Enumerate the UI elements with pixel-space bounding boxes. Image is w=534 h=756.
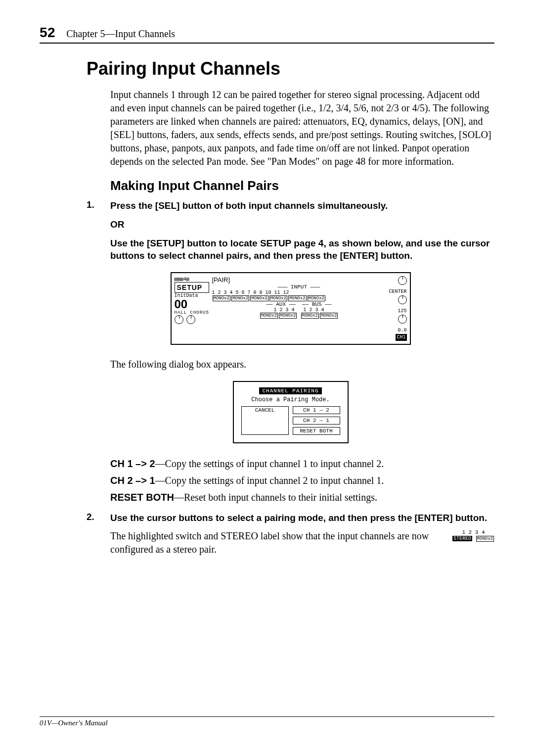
section-intro: Input channels 1 through 12 can be paire… [110,88,494,168]
chorus-label: CHORUS [190,310,209,315]
def-ch1-2: CH 1 –> 2—Copy the settings of input cha… [110,456,494,471]
def-ch1-2-key: CH 1 –> 2 [110,458,155,469]
after-fig1-text: The following dialog box appears. [110,358,494,371]
mono-box: MONOx2 [308,295,325,301]
mono-box: MONOx2 [320,313,338,319]
mono-box: MONOx2 [231,295,249,301]
figure-pairing-dialog: CHANNEL PAIRING Choose a Pairing Mode. C… [233,381,349,443]
step-2-number: 2. [87,512,110,524]
step-1: 1. Press the [SEL] button of both input … [87,199,494,212]
step-2-result-text: The highlighted switch and STEREO label … [110,529,445,556]
subsection-title: Making Input Channel Pairs [110,178,494,193]
def-reset-both-text: —Reset both input channels to their init… [174,492,377,503]
pair-tag: [PAIR] [212,276,230,284]
mono-box: MONOx2 [476,536,494,542]
page-header: 52 Chapter 5—Input Channels [40,25,494,44]
mono-box: MONOx2 [301,313,319,319]
def-ch1-2-text: —Copy the settings of input channel 1 to… [155,458,384,469]
step-2: 2. Use the cursor buttons to select a pa… [87,512,494,524]
def-ch2-1-key: CH 2 –> 1 [110,475,155,486]
knob-icon [398,295,407,304]
setup-label: SETUP [175,282,209,293]
knob-icon [175,315,183,324]
aux-numbers: 1 2 3 4 [273,307,294,313]
page-number: 52 [40,25,55,41]
step-1-alt: Use the [SETUP] button to locate SETUP p… [87,237,494,262]
bus-numbers: 1 2 3 4 [304,307,324,313]
def-ch2-1: CH 2 –> 1—Copy the settings of input cha… [110,473,494,488]
page-footer: 01V—Owner's Manual [40,716,494,727]
input-label: INPUT [291,284,307,290]
section-title: Pairing Input Channels [87,58,494,79]
mono-box: MONOx2 [279,313,297,319]
ch1-to-2-button[interactable]: CH 1 → 2 [293,406,340,414]
stereo-label: STEREO [452,536,472,541]
step-1-alt-spacer [87,237,110,262]
input-numbers: 1 2 3 4 5 6 7 8 9 10 11 12 [212,290,289,295]
step-1-text: Press the [SEL] button of both input cha… [110,199,494,212]
mono-box: MONOx2 [250,295,268,301]
center-label: CENTER [389,288,406,295]
value-0-0: 0.0 [389,327,406,334]
figure-setup-page: ▧▧▧4▧ SETUP InitData 00 HALL CHORUS [PAI… [171,272,411,345]
def-ch2-1-text: —Copy the settings of input channel 2 to… [155,475,384,486]
value-00: 00 [175,298,209,310]
knob-icon [398,315,407,324]
reset-both-button[interactable]: RESET BOTH [293,427,340,435]
value-125: 125 [389,308,406,315]
or-separator: OR [110,219,494,230]
chapter-line: Chapter 5—Input Channels [66,28,175,40]
def-reset-both-key: RESET BOTH [110,492,174,503]
mono-box: MONOx2 [213,295,230,301]
bus-label: BUS [312,301,322,307]
step-2-text: Use the cursor buttons to select a pairi… [110,512,494,524]
knob-icon [398,276,407,285]
def-reset-both: RESET BOTH—Reset both input channels to … [110,490,494,505]
dialog-prompt: Choose a Pairing Mode. [239,396,343,403]
step-1-alt-text: Use the [SETUP] button to locate SETUP p… [110,237,494,262]
ch1-label: CH1 [396,334,406,341]
hall-label: HALL [175,310,187,315]
mono-box: MONOx2 [288,295,306,301]
step-1-number: 1. [87,199,110,212]
ch2-to-1-button[interactable]: CH 2 → 1 [293,417,340,425]
dialog-title: CHANNEL PAIRING [259,387,321,394]
body-column: Pairing Input Channels Input channels 1 … [87,58,494,556]
aux-label: AUX [276,301,286,307]
cancel-button[interactable]: CANCEL [241,406,289,435]
mono-box: MONOx2 [260,313,278,319]
thumb-numbers: 1 2 3 4 [452,529,494,535]
mono-box: MONOx2 [269,295,287,301]
step-2-result-row: The highlighted switch and STEREO label … [110,529,494,556]
figure-stereo-pair: 1 2 3 4 STEREO MONOx2 [452,529,494,542]
page: 52 Chapter 5—Input Channels Pairing Inpu… [0,0,534,747]
knob-icon [186,315,195,324]
